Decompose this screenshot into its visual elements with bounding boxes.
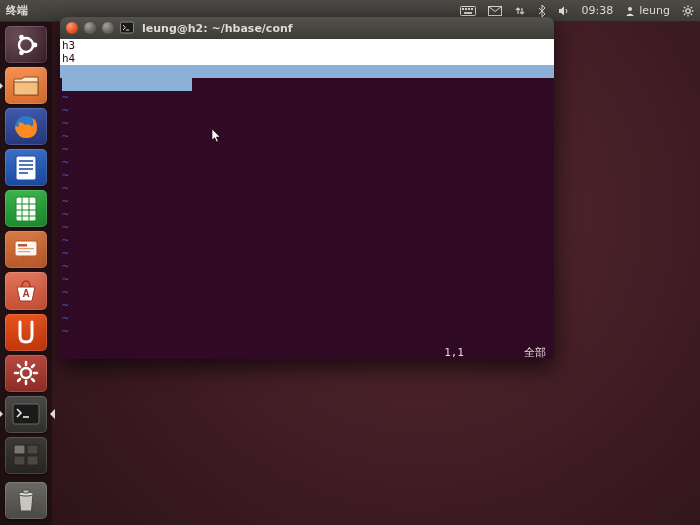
terminal-button[interactable]: [5, 396, 47, 433]
svg-rect-55: [27, 456, 38, 465]
close-button[interactable]: [66, 22, 78, 34]
vim-empty-line: ~: [60, 130, 554, 143]
trash-button[interactable]: [5, 482, 47, 519]
svg-rect-1: [462, 8, 464, 10]
svg-rect-35: [18, 244, 27, 247]
svg-line-47: [32, 379, 34, 381]
sound-icon: [558, 6, 570, 16]
software-center-icon: A: [13, 278, 39, 304]
user-menu[interactable]: leung: [619, 4, 676, 17]
terminal-window: leung@h2: ~/hbase/conf h3 h4 ~~~~~~~~~~~…: [60, 17, 554, 359]
vim-empty-line: ~: [60, 260, 554, 273]
svg-line-49: [32, 365, 34, 367]
scroll-indicator: 全部: [524, 346, 546, 359]
vim-empty-line: ~: [60, 247, 554, 260]
svg-line-16: [691, 7, 692, 8]
svg-line-15: [684, 13, 685, 14]
editor-selection: [60, 65, 554, 78]
ubuntu-one-button[interactable]: [5, 314, 47, 351]
trash-icon: [15, 487, 37, 513]
vim-status-line: 1,1 全部: [60, 346, 554, 359]
vim-empty-line: ~: [60, 312, 554, 325]
svg-rect-4: [471, 8, 473, 10]
workspace-switcher-button[interactable]: [5, 437, 47, 474]
svg-point-20: [19, 50, 24, 55]
gear-icon: [682, 5, 694, 17]
svg-line-13: [684, 7, 685, 8]
impress-button[interactable]: [5, 231, 47, 268]
system-settings-button[interactable]: [5, 355, 47, 392]
minimize-button[interactable]: [84, 22, 96, 34]
svg-rect-28: [16, 197, 36, 221]
launcher: A: [0, 22, 52, 525]
workspace-switcher-icon: [13, 444, 39, 466]
vim-empty-line: ~: [60, 156, 554, 169]
writer-button[interactable]: [5, 149, 47, 186]
svg-rect-36: [18, 248, 34, 249]
svg-rect-0: [460, 6, 475, 15]
vim-empty-line: ~: [60, 195, 554, 208]
svg-point-7: [628, 7, 632, 11]
vim-empty-line: ~: [60, 169, 554, 182]
clock[interactable]: 09:38: [576, 4, 620, 17]
session-indicator[interactable]: [676, 5, 700, 17]
vim-empty-line: ~: [60, 117, 554, 130]
vim-empty-line: ~: [60, 182, 554, 195]
terminal-body[interactable]: h3 h4 ~~~~~~~~~~~~~~~~~~~ 1,1 全部: [60, 39, 554, 359]
terminal-titlebar-icon: [120, 21, 134, 35]
svg-line-39: [28, 256, 30, 261]
svg-rect-52: [14, 445, 25, 454]
network-icon: [514, 5, 526, 17]
writer-icon: [14, 154, 38, 182]
dash-button[interactable]: [5, 26, 47, 63]
svg-text:A: A: [22, 288, 29, 299]
svg-rect-57: [23, 490, 29, 493]
svg-line-38: [22, 256, 24, 261]
user-icon: [625, 6, 635, 16]
svg-rect-50: [13, 404, 39, 424]
terminal-titlebar[interactable]: leung@h2: ~/hbase/conf: [60, 17, 554, 39]
svg-line-46: [18, 365, 20, 367]
ubuntu-one-icon: [16, 320, 36, 344]
svg-rect-53: [27, 445, 38, 454]
network-indicator[interactable]: [508, 5, 532, 17]
vim-empty-line: ~: [60, 325, 554, 338]
terminal-title: leung@h2: ~/hbase/conf: [142, 22, 293, 35]
firefox-icon: [12, 113, 40, 141]
gear-icon: [12, 359, 40, 387]
sound-indicator[interactable]: [552, 6, 576, 16]
keyboard-indicator[interactable]: [454, 6, 482, 16]
vim-empty-line: ~: [60, 273, 554, 286]
editor-line: h4: [60, 52, 554, 65]
svg-rect-23: [16, 156, 36, 180]
bluetooth-icon: [538, 5, 546, 17]
calc-icon: [14, 195, 38, 223]
svg-rect-2: [465, 8, 467, 10]
vim-empty-line: ~: [60, 104, 554, 117]
mail-icon: [488, 6, 502, 16]
files-button[interactable]: [5, 67, 47, 104]
editor-line: h3: [60, 39, 554, 52]
svg-rect-54: [14, 456, 25, 465]
svg-line-14: [691, 13, 692, 14]
svg-point-17: [19, 38, 33, 52]
svg-rect-21: [14, 82, 38, 95]
ubuntu-logo-icon: [12, 31, 40, 59]
editor-partial-selection: [60, 78, 554, 91]
bluetooth-indicator[interactable]: [532, 5, 552, 17]
software-center-button[interactable]: A: [5, 272, 47, 309]
maximize-button[interactable]: [102, 22, 114, 34]
vim-empty-line: ~: [60, 234, 554, 247]
vim-empty-line: ~: [60, 221, 554, 234]
calc-button[interactable]: [5, 190, 47, 227]
svg-rect-3: [468, 8, 470, 10]
app-title: 终端: [0, 3, 28, 18]
svg-line-48: [18, 379, 20, 381]
vim-empty-line: ~: [60, 208, 554, 221]
firefox-button[interactable]: [5, 108, 47, 145]
svg-point-8: [686, 8, 690, 12]
vim-empty-line: ~: [60, 143, 554, 156]
files-icon: [13, 75, 39, 97]
svg-rect-58: [121, 22, 134, 33]
mail-indicator[interactable]: [482, 6, 508, 16]
